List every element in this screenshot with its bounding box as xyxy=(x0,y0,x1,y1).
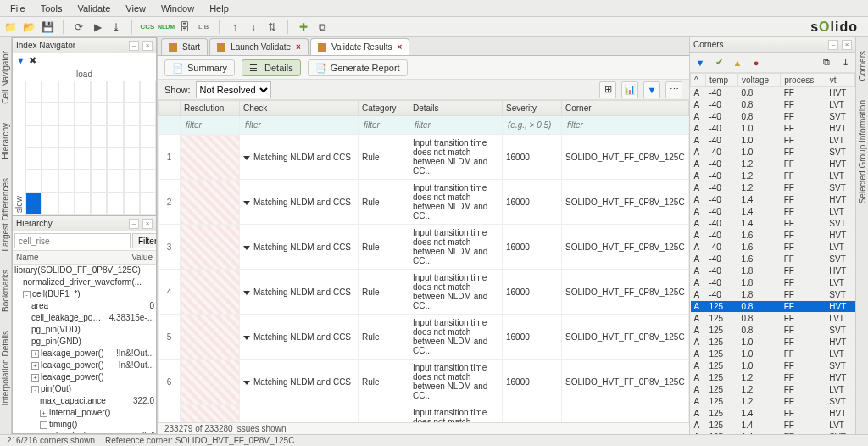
corner-row[interactable]: A1251.0FFLVT xyxy=(691,348,855,360)
menu-window[interactable]: Window xyxy=(154,2,201,15)
corner-row[interactable]: A-401.0FFHVT xyxy=(691,123,855,135)
swap-icon[interactable]: ⇅ xyxy=(265,20,279,34)
sidetab-largest-differences[interactable]: Largest Differences xyxy=(1,173,10,257)
dropdown-icon[interactable] xyxy=(243,336,250,340)
corner-row[interactable]: A-401.0FFLVT xyxy=(691,135,855,147)
corner-row[interactable]: A1250.8FFSVT xyxy=(691,325,855,337)
sidetab-cell-navigator[interactable]: Cell Navigator xyxy=(1,46,10,109)
corner-row[interactable]: A1251.0FFSVT xyxy=(691,360,855,372)
corner-row[interactable]: A1251.2FFLVT xyxy=(691,384,855,396)
tree-row[interactable]: -timing() xyxy=(13,419,156,431)
menubar[interactable]: FileToolsValidateViewWindowHelp xyxy=(0,0,868,17)
corner-col[interactable]: temp xyxy=(705,74,737,87)
copy-icon[interactable]: ⧉ xyxy=(820,56,833,70)
minimize-icon[interactable]: – xyxy=(129,219,139,229)
db-icon[interactable]: 🗄 xyxy=(178,20,192,34)
filter-icon[interactable]: ▼ xyxy=(643,81,660,98)
tree-row[interactable]: cell_leakage_power4.38315e-... xyxy=(13,312,156,324)
tree-row[interactable]: -cell(BUF1_*) xyxy=(13,288,156,300)
show-select[interactable]: Not Resolved xyxy=(196,81,271,98)
corner-row[interactable]: A-401.4FFLVT xyxy=(691,206,855,218)
result-row[interactable]: 3Matching NLDM and CCSRuleInput transiti… xyxy=(159,225,689,270)
tree-row[interactable]: pg_pin(GND) xyxy=(13,336,156,348)
folder-icon[interactable]: 📁 xyxy=(3,20,17,34)
refresh-icon[interactable]: ⟳ xyxy=(72,20,86,34)
minimize-icon[interactable]: – xyxy=(129,41,139,51)
export-icon[interactable]: ⤓ xyxy=(109,20,123,34)
tab-launch-validate[interactable]: Launch Validate× xyxy=(209,38,309,55)
close-icon[interactable]: × xyxy=(296,42,301,52)
save-icon[interactable]: 💾 xyxy=(41,20,54,34)
result-row[interactable]: 7Matching NLDM and CCSRuleInput transiti… xyxy=(159,404,689,423)
plus-icon[interactable]: ✚ xyxy=(297,20,310,34)
filter-input[interactable] xyxy=(506,120,558,131)
result-row[interactable]: 4Matching NLDM and CCSRuleInput transiti… xyxy=(159,270,689,315)
index-navigator-grid[interactable] xyxy=(25,81,156,215)
corner-col[interactable]: voltage xyxy=(737,74,780,87)
ccs-icon[interactable]: CCS xyxy=(141,20,154,34)
close-icon[interactable]: × xyxy=(397,42,402,52)
corner-row[interactable]: A1251.4FFHVT xyxy=(691,408,855,420)
corner-row[interactable]: A1250.8FFLVT xyxy=(691,313,855,325)
col-corner[interactable]: Corner xyxy=(562,101,689,116)
copy-icon[interactable]: ⧉ xyxy=(315,20,329,34)
corner-row[interactable]: A-401.2FFHVT xyxy=(691,159,855,170)
corner-row[interactable]: A-401.8FFSVT xyxy=(691,289,855,301)
arrow-up-icon[interactable]: ↑ xyxy=(228,20,242,34)
filter-input[interactable] xyxy=(413,120,498,131)
col-name[interactable]: Name xyxy=(13,251,128,264)
corner-row[interactable]: A1251.2FFHVT xyxy=(691,372,855,384)
tree-row[interactable]: -pin(Out) xyxy=(13,383,156,395)
menu-tools[interactable]: Tools xyxy=(34,2,70,15)
col-details[interactable]: Details xyxy=(409,101,503,116)
folder-open-icon[interactable]: 📂 xyxy=(22,20,36,34)
close-icon[interactable]: × xyxy=(842,40,852,50)
corner-row[interactable]: A1251.4FFLVT xyxy=(691,420,855,432)
col-resolution[interactable]: Resolution xyxy=(181,101,240,116)
tree-row[interactable]: +leakage_power() xyxy=(13,371,156,383)
funnel-icon[interactable]: ▼ xyxy=(16,55,25,66)
tree-row[interactable]: +leakage_power()!In&!Out... xyxy=(13,348,156,360)
corner-row[interactable]: A-401.0FFSVT xyxy=(691,147,855,159)
corner-row[interactable]: A-400.8FFLVT xyxy=(691,99,855,111)
minimize-icon[interactable]: – xyxy=(828,40,838,50)
dropdown-icon[interactable] xyxy=(243,156,250,160)
filter-input[interactable] xyxy=(565,120,685,131)
corner-row[interactable]: A-401.2FFSVT xyxy=(691,182,855,194)
details-button[interactable]: ☰Details xyxy=(242,59,301,76)
tree-row[interactable]: pg_pin(VDD) xyxy=(13,324,156,336)
chart-icon[interactable]: 📊 xyxy=(621,81,638,98)
clear-icon[interactable]: ✖ xyxy=(29,55,36,66)
filter-input[interactable] xyxy=(184,120,236,131)
generate-report-button[interactable]: 📑Generate Report xyxy=(308,59,408,76)
col-category[interactable]: Category xyxy=(359,101,409,116)
tab-start[interactable]: Start xyxy=(161,38,208,55)
col-num[interactable] xyxy=(159,101,181,116)
menu-validate[interactable]: Validate xyxy=(70,2,117,15)
corner-row[interactable]: A-401.6FFSVT xyxy=(691,254,855,265)
col-severity[interactable]: Severity xyxy=(503,101,562,116)
filter-input[interactable] xyxy=(362,120,405,131)
tree-row[interactable]: +leakage_power()In&!Out... xyxy=(13,360,156,371)
arrow-down-icon[interactable]: ↓ xyxy=(247,20,260,34)
circle-icon[interactable]: ● xyxy=(749,56,763,70)
menu-file[interactable]: File xyxy=(3,2,32,15)
col-value[interactable]: Value xyxy=(128,251,156,264)
result-row[interactable]: 5Matching NLDM and CCSRuleInput transiti… xyxy=(159,315,689,360)
corner-col[interactable]: process xyxy=(781,74,826,87)
hierarchy-tree[interactable]: library(SOLIDO_FF_0P8V_125C)normalized_d… xyxy=(13,265,156,433)
hierarchy-search-input[interactable] xyxy=(14,233,131,248)
col-check[interactable]: Check xyxy=(240,101,359,116)
corners-table[interactable]: ^tempvoltageprocessvt A-400.8FFHVTA-400.… xyxy=(690,73,855,434)
tree-row[interactable]: library(SOLIDO_FF_0P8V_125C) xyxy=(13,265,156,276)
corner-row[interactable]: A1250.8FFHVT xyxy=(691,301,855,313)
tree-row[interactable]: max_capacitance322.0 xyxy=(13,395,156,407)
tree-row[interactable]: area0 xyxy=(13,300,156,312)
corner-row[interactable]: A-401.4FFSVT xyxy=(691,218,855,230)
triangle-icon[interactable]: ▲ xyxy=(731,56,744,70)
result-row[interactable]: 1Matching NLDM and CCSRuleInput transiti… xyxy=(159,135,689,180)
corner-row[interactable]: A-401.8FFLVT xyxy=(691,277,855,289)
corner-row[interactable]: A1251.0FFHVT xyxy=(691,337,855,348)
corner-row[interactable]: A-401.6FFLVT xyxy=(691,242,855,254)
sidetab-bookmarks[interactable]: Bookmarks xyxy=(1,265,10,317)
